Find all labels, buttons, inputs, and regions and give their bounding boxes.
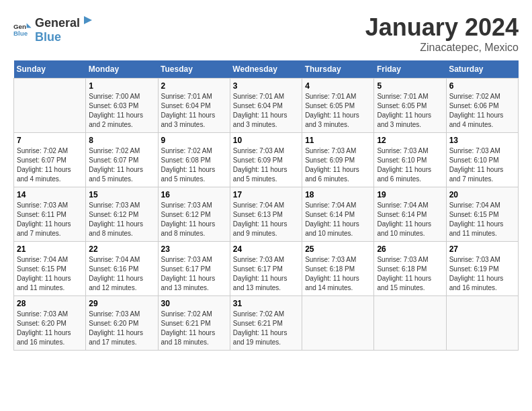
day-info: Sunrise: 7:03 AM Sunset: 6:12 PM Dayligh… (89, 201, 154, 238)
calendar-day-cell: 17 Sunrise: 7:04 AM Sunset: 6:13 PM Dayl… (230, 187, 302, 242)
day-number: 21 (17, 244, 83, 254)
calendar-day-cell: 27 Sunrise: 7:03 AM Sunset: 6:19 PM Dayl… (446, 242, 518, 296)
calendar-day-cell: 15 Sunrise: 7:03 AM Sunset: 6:12 PM Dayl… (86, 187, 158, 242)
svg-marker-3 (84, 16, 92, 24)
day-number: 19 (377, 190, 443, 199)
logo-arrow-icon (81, 13, 95, 27)
day-info: Sunrise: 7:03 AM Sunset: 6:20 PM Dayligh… (89, 310, 154, 347)
calendar-week-row: 14 Sunrise: 7:03 AM Sunset: 6:11 PM Dayl… (14, 187, 519, 242)
day-info: Sunrise: 7:02 AM Sunset: 6:07 PM Dayligh… (17, 146, 83, 184)
calendar-day-cell: 3 Sunrise: 7:01 AM Sunset: 6:04 PM Dayli… (230, 79, 302, 133)
day-info: Sunrise: 7:00 AM Sunset: 6:03 PM Dayligh… (89, 92, 154, 130)
calendar-day-cell: 10 Sunrise: 7:03 AM Sunset: 6:09 PM Dayl… (230, 133, 302, 187)
day-info: Sunrise: 7:03 AM Sunset: 6:17 PM Dayligh… (161, 255, 227, 293)
logo-general-text: General (35, 16, 80, 30)
weekday-header-monday: Monday (86, 60, 158, 79)
calendar-day-cell: 24 Sunrise: 7:03 AM Sunset: 6:17 PM Dayl… (230, 242, 302, 296)
calendar-day-cell: 31 Sunrise: 7:02 AM Sunset: 6:21 PM Dayl… (230, 296, 302, 351)
weekday-header-tuesday: Tuesday (158, 60, 230, 79)
day-info: Sunrise: 7:04 AM Sunset: 6:14 PM Dayligh… (377, 201, 443, 238)
location-title: Zinacatepec, Mexico (365, 42, 519, 54)
day-number: 17 (233, 190, 299, 199)
day-number: 4 (305, 81, 371, 91)
day-number: 11 (305, 136, 371, 145)
calendar-day-cell: 6 Sunrise: 7:02 AM Sunset: 6:06 PM Dayli… (446, 79, 518, 133)
day-info: Sunrise: 7:03 AM Sunset: 6:09 PM Dayligh… (233, 146, 299, 184)
weekday-header-friday: Friday (374, 60, 446, 79)
day-number: 15 (89, 190, 154, 199)
calendar-day-cell: 8 Sunrise: 7:02 AM Sunset: 6:07 PM Dayli… (86, 133, 158, 187)
day-number: 22 (89, 244, 154, 254)
day-number: 2 (161, 81, 227, 91)
day-number: 25 (305, 244, 371, 254)
calendar-day-cell: 12 Sunrise: 7:03 AM Sunset: 6:10 PM Dayl… (374, 133, 446, 187)
day-info: Sunrise: 7:02 AM Sunset: 6:21 PM Dayligh… (161, 310, 227, 347)
calendar-day-cell: 11 Sunrise: 7:03 AM Sunset: 6:09 PM Dayl… (302, 133, 374, 187)
calendar-day-cell: 16 Sunrise: 7:03 AM Sunset: 6:12 PM Dayl… (158, 187, 230, 242)
day-number: 23 (161, 244, 227, 254)
calendar-day-cell: 28 Sunrise: 7:03 AM Sunset: 6:20 PM Dayl… (14, 296, 86, 351)
calendar-day-cell (14, 79, 86, 133)
day-number: 6 (449, 81, 515, 91)
day-info: Sunrise: 7:03 AM Sunset: 6:09 PM Dayligh… (305, 146, 371, 184)
day-info: Sunrise: 7:02 AM Sunset: 6:21 PM Dayligh… (233, 310, 299, 347)
day-number: 3 (233, 81, 299, 91)
day-info: Sunrise: 7:01 AM Sunset: 6:05 PM Dayligh… (377, 92, 443, 130)
day-info: Sunrise: 7:04 AM Sunset: 6:15 PM Dayligh… (449, 201, 515, 238)
day-info: Sunrise: 7:01 AM Sunset: 6:05 PM Dayligh… (305, 92, 371, 130)
day-number: 12 (377, 136, 443, 145)
day-number: 16 (161, 190, 227, 199)
weekday-header-thursday: Thursday (302, 60, 374, 79)
day-number: 30 (161, 299, 227, 308)
day-info: Sunrise: 7:01 AM Sunset: 6:04 PM Dayligh… (233, 92, 299, 130)
day-info: Sunrise: 7:02 AM Sunset: 6:08 PM Dayligh… (161, 146, 227, 184)
day-info: Sunrise: 7:04 AM Sunset: 6:14 PM Dayligh… (305, 201, 371, 238)
calendar-week-row: 7 Sunrise: 7:02 AM Sunset: 6:07 PM Dayli… (14, 133, 519, 187)
calendar-day-cell: 13 Sunrise: 7:03 AM Sunset: 6:10 PM Dayl… (446, 133, 518, 187)
calendar-day-cell (446, 296, 518, 351)
weekday-header-row: SundayMondayTuesdayWednesdayThursdayFrid… (14, 60, 519, 79)
day-number: 27 (449, 244, 515, 254)
weekday-header-saturday: Saturday (446, 60, 518, 79)
svg-marker-1 (27, 24, 32, 28)
calendar-week-row: 28 Sunrise: 7:03 AM Sunset: 6:20 PM Dayl… (14, 296, 519, 351)
calendar-week-row: 21 Sunrise: 7:04 AM Sunset: 6:15 PM Dayl… (14, 242, 519, 296)
day-info: Sunrise: 7:03 AM Sunset: 6:10 PM Dayligh… (377, 146, 443, 184)
day-number: 14 (17, 190, 83, 199)
calendar-day-cell: 26 Sunrise: 7:03 AM Sunset: 6:18 PM Dayl… (374, 242, 446, 296)
day-info: Sunrise: 7:03 AM Sunset: 6:17 PM Dayligh… (233, 255, 299, 293)
month-title: January 2024 (365, 13, 519, 42)
calendar-day-cell: 21 Sunrise: 7:04 AM Sunset: 6:15 PM Dayl… (14, 242, 86, 296)
day-number: 13 (449, 136, 515, 145)
day-info: Sunrise: 7:03 AM Sunset: 6:19 PM Dayligh… (449, 255, 515, 293)
calendar-day-cell: 20 Sunrise: 7:04 AM Sunset: 6:15 PM Dayl… (446, 187, 518, 242)
day-info: Sunrise: 7:02 AM Sunset: 6:06 PM Dayligh… (449, 92, 515, 130)
title-block: January 2024 Zinacatepec, Mexico (365, 13, 519, 54)
day-info: Sunrise: 7:02 AM Sunset: 6:07 PM Dayligh… (89, 146, 154, 184)
calendar-day-cell: 23 Sunrise: 7:03 AM Sunset: 6:17 PM Dayl… (158, 242, 230, 296)
day-number: 9 (161, 136, 227, 145)
day-number: 28 (17, 299, 83, 308)
day-info: Sunrise: 7:03 AM Sunset: 6:10 PM Dayligh… (449, 146, 515, 184)
day-number: 26 (377, 244, 443, 254)
calendar-day-cell: 22 Sunrise: 7:04 AM Sunset: 6:16 PM Dayl… (86, 242, 158, 296)
day-info: Sunrise: 7:04 AM Sunset: 6:15 PM Dayligh… (17, 255, 83, 293)
calendar-day-cell: 5 Sunrise: 7:01 AM Sunset: 6:05 PM Dayli… (374, 79, 446, 133)
logo-blue-text: Blue (35, 30, 61, 44)
day-info: Sunrise: 7:04 AM Sunset: 6:16 PM Dayligh… (89, 255, 154, 293)
calendar-day-cell: 25 Sunrise: 7:03 AM Sunset: 6:18 PM Dayl… (302, 242, 374, 296)
calendar-day-cell (374, 296, 446, 351)
day-info: Sunrise: 7:03 AM Sunset: 6:20 PM Dayligh… (17, 310, 83, 347)
calendar-day-cell (302, 296, 374, 351)
page-header: Gen Blue General Blue January 2024 Zinac… (13, 13, 519, 54)
day-number: 7 (17, 136, 83, 145)
weekday-header-wednesday: Wednesday (230, 60, 302, 79)
day-number: 10 (233, 136, 299, 145)
day-number: 8 (89, 136, 154, 145)
day-number: 18 (305, 190, 371, 199)
day-info: Sunrise: 7:03 AM Sunset: 6:18 PM Dayligh… (305, 255, 371, 293)
calendar-day-cell: 19 Sunrise: 7:04 AM Sunset: 6:14 PM Dayl… (374, 187, 446, 242)
calendar-day-cell: 1 Sunrise: 7:00 AM Sunset: 6:03 PM Dayli… (86, 79, 158, 133)
day-info: Sunrise: 7:03 AM Sunset: 6:11 PM Dayligh… (17, 201, 83, 238)
day-number: 24 (233, 244, 299, 254)
